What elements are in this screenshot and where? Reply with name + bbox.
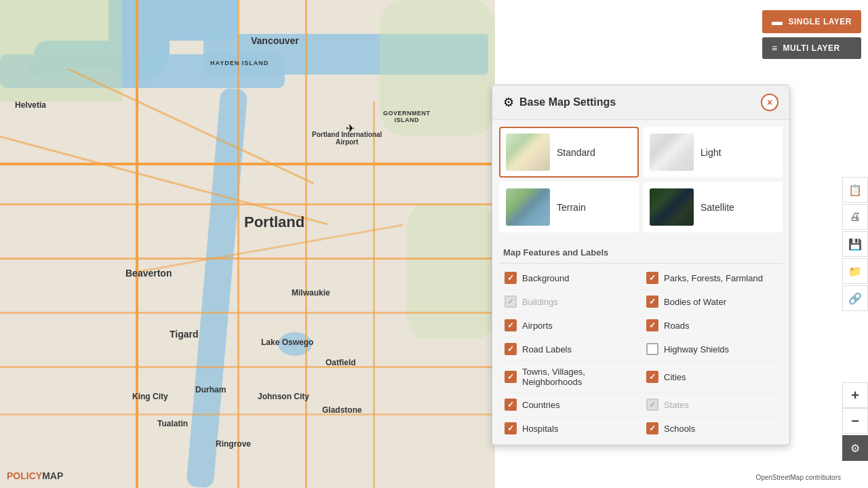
map-type-terrain[interactable]: Terrain bbox=[499, 182, 639, 232]
feature-cities: ✓ Cities bbox=[641, 361, 783, 393]
toolbar-print-button[interactable]: 🖨 bbox=[842, 204, 868, 230]
zoom-in-button[interactable]: + bbox=[842, 382, 868, 408]
feature-schools-checkbox[interactable]: ✓ bbox=[646, 422, 658, 434]
map-type-standard-label: Standard bbox=[557, 147, 595, 158]
features-section: Map Features and Labels ✓ Background ✓ P… bbox=[492, 239, 789, 445]
city-label-tualatin: Tualatin bbox=[157, 419, 188, 428]
panel-close-button[interactable]: × bbox=[761, 94, 778, 111]
feature-hospitals-checkbox[interactable]: ✓ bbox=[505, 422, 517, 434]
map-type-light-label: Light bbox=[701, 147, 721, 158]
feature-hospitals-label: Hospitals bbox=[522, 424, 558, 434]
feature-highway-shields-checkbox[interactable] bbox=[646, 343, 658, 355]
city-label-ringrove: Ringrove bbox=[216, 439, 251, 449]
features-grid: ✓ Background ✓ Parks, Forests, Farmland … bbox=[499, 266, 783, 441]
feature-highway-shields: Highway Shields bbox=[641, 338, 783, 361]
multi-layer-button[interactable]: ≡ MULTI LAYER bbox=[762, 37, 861, 59]
feature-roads: ✓ Roads bbox=[641, 314, 783, 338]
city-label-johnson-city: Johnson City bbox=[258, 392, 309, 401]
feature-countries-checkbox[interactable]: ✓ bbox=[505, 399, 517, 411]
feature-hospitals: ✓ Hospitals bbox=[499, 417, 641, 441]
map-type-standard[interactable]: Standard bbox=[499, 127, 639, 178]
feature-airports: ✓ Airports bbox=[499, 314, 641, 338]
map-attribution: OpenStreetMap contributors bbox=[755, 474, 841, 481]
right-toolbar: 📋 🖨 💾 📁 🔗 bbox=[842, 177, 868, 311]
single-layer-label: SINGLE LAYER bbox=[788, 17, 852, 26]
gear-icon: ⚙ bbox=[503, 95, 514, 110]
map-type-terrain-label: Terrain bbox=[557, 202, 586, 213]
feature-countries-label: Countries bbox=[522, 400, 560, 410]
map-type-thumb-light bbox=[650, 134, 694, 171]
map-type-grid: Standard Light Terrain Satellite bbox=[492, 120, 789, 239]
feature-water-label: Bodies of Water bbox=[664, 297, 726, 307]
feature-airports-label: Airports bbox=[522, 321, 553, 331]
feature-states-checkbox[interactable]: ✓ bbox=[646, 399, 658, 411]
feature-countries: ✓ Countries bbox=[499, 393, 641, 417]
city-label-tigard: Tigard bbox=[170, 329, 199, 340]
city-label-milwaukie: Milwaukie bbox=[292, 288, 330, 298]
single-layer-icon: ▬ bbox=[772, 16, 783, 28]
feature-background-checkbox[interactable]: ✓ bbox=[505, 272, 517, 284]
feature-cities-checkbox[interactable]: ✓ bbox=[646, 371, 658, 383]
city-label-helvetia: Helvetia bbox=[15, 100, 46, 110]
toolbar-folder-button[interactable]: 📁 bbox=[842, 258, 868, 284]
zoom-controls: + − bbox=[842, 382, 868, 434]
feature-background-label: Background bbox=[522, 273, 569, 283]
feature-road-labels: ✓ Road Labels bbox=[499, 338, 641, 361]
feature-background: ✓ Background bbox=[499, 266, 641, 290]
feature-parks-label: Parks, Forests, Farmland bbox=[664, 273, 763, 283]
feature-schools: ✓ Schools bbox=[641, 417, 783, 441]
feature-cities-label: Cities bbox=[664, 372, 686, 382]
feature-towns-checkbox[interactable]: ✓ bbox=[505, 371, 517, 383]
airport-icon: ✈ bbox=[346, 122, 355, 135]
toolbar-copy-button[interactable]: 📋 bbox=[842, 177, 868, 203]
panel-title: Base Map Settings bbox=[519, 96, 616, 108]
base-map-settings-panel: ⚙ Base Map Settings × Standard Light Ter… bbox=[492, 85, 790, 445]
layer-buttons: ▬ SINGLE LAYER ≡ MULTI LAYER bbox=[762, 10, 861, 59]
map-canvas[interactable]: ✈ Vancouver HAYDEN ISLAND GOVERNMENTISLA… bbox=[0, 0, 495, 488]
feature-states: ✓ States bbox=[641, 393, 783, 417]
policymap-logo: POLICYMAP bbox=[7, 470, 63, 481]
feature-water-checkbox[interactable]: ✓ bbox=[646, 296, 658, 308]
panel-title-area: ⚙ Base Map Settings bbox=[503, 95, 616, 110]
multi-layer-label: MULTI LAYER bbox=[783, 43, 840, 53]
map-type-light[interactable]: Light bbox=[643, 127, 783, 178]
feature-road-labels-label: Road Labels bbox=[522, 344, 572, 354]
map-type-thumb-terrain bbox=[506, 188, 550, 226]
feature-parks: ✓ Parks, Forests, Farmland bbox=[641, 266, 783, 290]
zoom-out-button[interactable]: − bbox=[842, 408, 868, 434]
map-type-thumb-satellite bbox=[650, 188, 694, 226]
feature-airports-checkbox[interactable]: ✓ bbox=[505, 319, 517, 331]
map-settings-button[interactable]: ⚙ bbox=[842, 435, 868, 461]
map-type-thumb-standard bbox=[506, 134, 550, 171]
map-type-satellite-label: Satellite bbox=[701, 202, 734, 213]
feature-buildings: ✓ Buildings bbox=[499, 290, 641, 314]
feature-buildings-checkbox[interactable]: ✓ bbox=[505, 296, 517, 308]
panel-header: ⚙ Base Map Settings × bbox=[492, 85, 789, 120]
toolbar-save-button[interactable]: 💾 bbox=[842, 231, 868, 257]
feature-parks-checkbox[interactable]: ✓ bbox=[646, 272, 658, 284]
toolbar-share-button[interactable]: 🔗 bbox=[842, 285, 868, 311]
feature-roads-checkbox[interactable]: ✓ bbox=[646, 319, 658, 331]
feature-highway-shields-label: Highway Shields bbox=[664, 344, 729, 354]
feature-towns: ✓ Towns, Villages, Neighborhoods bbox=[499, 361, 641, 393]
feature-states-label: States bbox=[664, 400, 689, 410]
map-type-satellite[interactable]: Satellite bbox=[643, 182, 783, 232]
feature-roads-label: Roads bbox=[664, 321, 690, 331]
feature-buildings-label: Buildings bbox=[522, 297, 558, 307]
single-layer-button[interactable]: ▬ SINGLE LAYER bbox=[762, 10, 861, 33]
feature-water: ✓ Bodies of Water bbox=[641, 290, 783, 314]
feature-road-labels-checkbox[interactable]: ✓ bbox=[505, 343, 517, 355]
multi-layer-icon: ≡ bbox=[772, 43, 778, 54]
feature-schools-label: Schools bbox=[664, 424, 695, 434]
feature-towns-label: Towns, Villages, Neighborhoods bbox=[522, 367, 635, 387]
features-title: Map Features and Labels bbox=[499, 243, 783, 264]
